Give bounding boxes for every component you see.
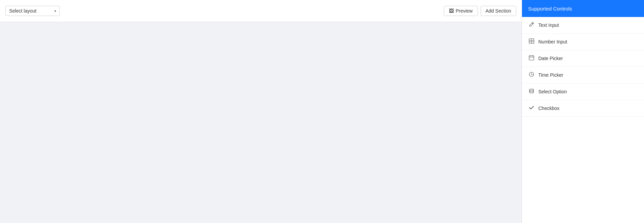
select-option-label: Select Option [538,89,567,94]
number-icon [528,38,535,45]
checkbox-label: Checkbox [538,106,559,111]
sidebar-item-time-picker[interactable]: Time Picker [522,67,644,83]
main-area: Select layout ▾ 🖼 Preview Add Section [0,0,522,223]
sidebar-item-checkbox[interactable]: Checkbox [522,100,644,117]
content-area [0,22,522,223]
svg-line-10 [532,74,533,75]
sidebar-item-select-option[interactable]: Select Option [522,83,644,100]
time-picker-label: Time Picker [538,72,563,78]
toolbar: Select layout ▾ 🖼 Preview Add Section [0,0,522,22]
layers-icon [528,88,535,95]
sidebar-item-number-input[interactable]: Number Input [522,34,644,50]
edit-icon [528,22,535,29]
sidebar-item-date-picker[interactable]: Date Picker [522,50,644,67]
calendar-icon [528,55,535,62]
toolbar-right: 🖼 Preview Add Section [444,6,516,16]
date-picker-label: Date Picker [538,56,563,61]
check-icon [528,105,535,112]
svg-rect-4 [529,56,534,60]
supported-controls-title: Supported Controls [528,6,572,12]
layout-select-label: Select layout [9,8,36,14]
preview-label: Preview [456,8,473,14]
preview-button[interactable]: 🖼 Preview [444,6,478,16]
sidebar-header: Supported Controls [522,0,644,17]
text-input-label: Text Input [538,22,559,28]
number-input-label: Number Input [538,39,567,44]
right-sidebar: Supported Controls Text Input Number [522,0,644,223]
svg-point-11 [529,89,534,90]
chevron-down-icon: ▾ [54,9,56,13]
sidebar-item-text-input[interactable]: Text Input [522,17,644,34]
app-container: Select layout ▾ 🖼 Preview Add Section Su… [0,0,644,223]
image-icon: 🖼 [449,8,454,14]
add-section-button[interactable]: Add Section [481,6,517,16]
toolbar-left: Select layout ▾ [5,6,60,16]
layout-select-dropdown[interactable]: Select layout ▾ [5,6,60,16]
add-section-label: Add Section [486,8,511,14]
clock-icon [528,72,535,78]
